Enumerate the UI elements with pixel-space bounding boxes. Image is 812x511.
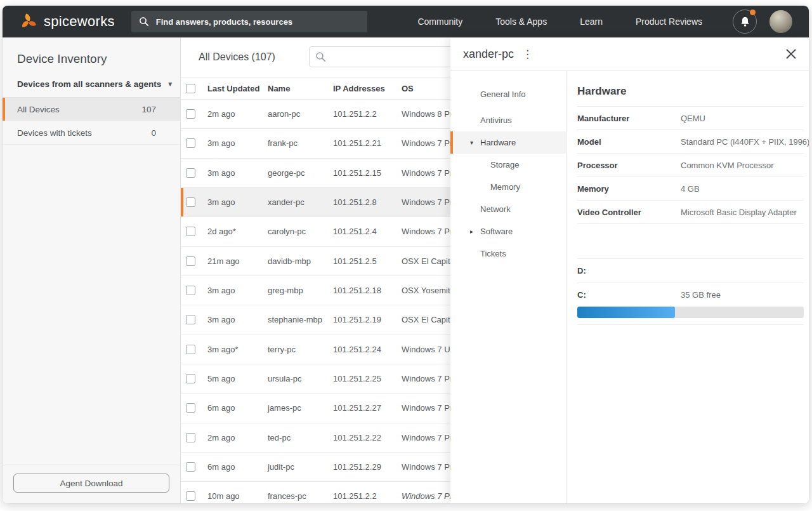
detail-nav-item[interactable]: Network [450,198,566,220]
detail-nav: General Info Antivirus ▾ Hardware Storag… [450,71,566,503]
section-title: Hardware [577,71,804,107]
cell-name: frank-pc [268,138,333,148]
agent-download-button[interactable]: Agent Download [13,474,169,493]
field-value: Microsoft Basic Display Adapter [681,208,797,217]
hardware-field-row: Model Standard PC (i440FX + PIIX, 1996) [577,130,804,154]
scanner-filter-dropdown[interactable]: Devices from all scanners & agents ▼ [17,79,180,89]
sidebar-item-count: 0 [151,128,156,138]
row-checkbox[interactable] [186,138,195,148]
sidebar-item-count: 107 [141,105,156,114]
cell-last-updated: 5m ago [207,374,268,383]
cell-name: frances-pc [268,491,333,501]
detail-nav-label: Tickets [480,249,506,258]
sidebar-item[interactable]: All Devices 107 [3,98,180,121]
detail-nav-label: General Info [480,90,526,99]
cell-last-updated: 21m ago [207,256,268,266]
hardware-field-row: Manufacturer QEMU [577,107,804,130]
navbar-link[interactable]: Tools & Apps [495,17,547,27]
field-label: Memory [577,184,681,194]
disk-list: D: C: 35 GB free [577,258,804,325]
cell-ip: 101.251.2.15 [333,168,402,178]
column-header-ip-addresses[interactable]: IP Addresses [333,84,402,93]
row-checkbox[interactable] [186,109,195,119]
global-search-placeholder: Find answers, products, resources [156,17,292,27]
cell-ip: 101.251.2.2 [333,491,402,501]
cell-name: davidb-mbp [268,256,333,266]
detail-nav-label: Storage [490,160,520,169]
detail-nav-label: Hardware [480,138,516,147]
disk-usage-fill [577,307,675,318]
cell-last-updated: 2d ago* [207,227,268,236]
detail-nav-label: Software [480,227,513,236]
detail-nav-item[interactable]: Memory [450,176,566,198]
row-checkbox[interactable] [186,433,195,442]
navbar-link[interactable]: Community [417,17,462,27]
cell-last-updated: 6m ago [207,403,268,413]
field-label: Manufacturer [577,114,681,123]
hardware-field-row: Processor Common KVM Processor [577,154,804,177]
device-inventory-sidebar: Device Inventory Devices from all scanne… [3,37,181,503]
row-checkbox[interactable] [186,197,195,207]
cell-name: james-pc [268,403,333,413]
device-name-title: xander-pc [463,48,514,61]
detail-nav-item[interactable]: Storage [450,154,566,176]
field-label: Model [577,137,681,147]
row-checkbox[interactable] [186,491,195,501]
spiceworks-pepper-icon [19,12,38,31]
detail-content: Hardware Manufacturer QEMU Model Standar… [566,71,809,503]
column-header-name[interactable]: Name [268,84,333,93]
detail-panel-header: xander-pc ⋮ [450,37,809,71]
sidebar-item-label: All Devices [17,105,60,114]
disk-label: D: [577,266,681,275]
notifications-button[interactable] [733,10,757,34]
navbar-link[interactable]: Learn [580,17,603,27]
disk-usage-bar [577,307,804,318]
kebab-menu-icon[interactable]: ⋮ [522,49,533,60]
cell-name: ursula-pc [268,374,333,383]
detail-nav-item[interactable]: General Info [450,83,566,105]
cell-last-updated: 3m ago [207,197,268,207]
page-title: Device Inventory [3,37,180,66]
search-icon [139,17,149,27]
detail-nav-item[interactable]: Antivirus [450,109,566,131]
notification-badge [750,10,756,15]
row-checkbox[interactable] [186,315,195,324]
cell-ip: 101.251.2.24 [333,345,402,354]
detail-nav-item[interactable]: ▸ Software [450,220,566,242]
row-checkbox[interactable] [186,168,195,178]
row-checkbox[interactable] [186,286,195,295]
detail-nav-item[interactable]: Tickets [450,242,566,265]
sidebar-item[interactable]: Devices with tickets 0 [3,121,180,145]
row-checkbox[interactable] [186,462,195,472]
cell-ip: 101.251.2.2 [333,109,402,119]
cell-ip: 101.251.2.19 [333,315,402,324]
field-value: Common KVM Processor [681,161,774,170]
cell-ip: 101.251.2.5 [333,256,402,266]
row-checkbox[interactable] [186,403,195,413]
field-value: QEMU [681,114,705,123]
detail-nav-item[interactable]: ▾ Hardware [450,131,566,154]
cell-name: aaron-pc [268,109,333,119]
row-checkbox[interactable] [186,345,195,354]
sidebar-item-label: Devices with tickets [17,128,92,138]
cell-ip: 101.251.2.21 [333,138,402,148]
cell-name: carolyn-pc [268,227,333,236]
row-checkbox[interactable] [186,227,195,236]
field-label: Processor [577,161,681,170]
column-header-last-updated[interactable]: Last Updated [207,84,268,93]
select-all-checkbox[interactable] [186,84,195,93]
spiceworks-logo[interactable]: spiceworks [19,12,115,31]
user-avatar[interactable] [769,10,792,33]
detail-nav-label: Memory [490,182,520,192]
cell-ip: 101.251.2.22 [333,433,402,442]
cell-name: ted-pc [268,433,333,442]
cell-last-updated: 10m ago [207,491,268,501]
detail-nav-label: Network [480,204,511,214]
global-search-input[interactable]: Find answers, products, resources [131,11,367,32]
row-checkbox[interactable] [186,256,195,266]
disk-row: C: 35 GB free [577,283,804,325]
brand-name: spiceworks [44,13,115,30]
row-checkbox[interactable] [186,374,195,383]
close-icon[interactable] [786,49,796,59]
navbar-link[interactable]: Product Reviews [636,17,702,27]
